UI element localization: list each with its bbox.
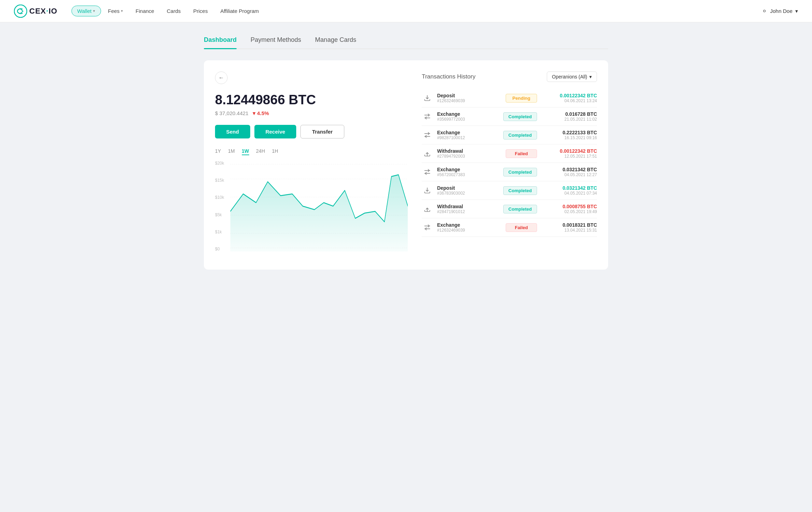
transfer-button[interactable]: Transfer	[300, 125, 344, 138]
tx-date: 04.05.2021 12:27	[541, 172, 597, 177]
tx-id: #12632469039	[437, 98, 501, 103]
deposit-icon	[422, 185, 433, 196]
tab-manage-cards[interactable]: Manage Cards	[315, 36, 356, 48]
svg-point-0	[14, 5, 27, 17]
tx-amount: 0.00122342 BTC	[541, 148, 597, 154]
tx-amount: 0.0008755 BTC	[541, 204, 597, 209]
chart-label-10k: $10k	[215, 195, 229, 200]
tx-amount-area: 0.2222133 BTC 16.15.2021 09:16	[541, 130, 597, 140]
tx-amount: 0.00122342 BTC	[541, 93, 597, 98]
status-badge: Completed	[503, 112, 537, 121]
tx-type: Deposit	[437, 185, 499, 191]
status-badge: Failed	[506, 223, 537, 232]
withdrawal-icon	[422, 203, 433, 214]
wallet-chevron-icon: ▾	[93, 9, 95, 13]
balance-usd: $ 37,020.4421 ▾ 4.5%	[215, 110, 408, 116]
nav-wallet[interactable]: Wallet ▾	[71, 6, 101, 16]
tx-id: #28471901012	[437, 209, 499, 214]
chart-label-20k: $20k	[215, 161, 229, 166]
tx-id: #36783903002	[437, 191, 499, 196]
user-name: John Doe	[770, 8, 792, 14]
navbar: CEX·IO Wallet ▾ Fees ▾ Finance Cards Pri…	[0, 0, 812, 22]
right-panel: Transactions History Operanions (All) ▾ …	[422, 71, 597, 258]
back-arrow-icon: ←	[219, 75, 224, 81]
balance-btc: 8.12449866 BTC	[215, 92, 408, 107]
tx-amount: 0.0321342 BTC	[541, 167, 597, 172]
status-badge: Completed	[503, 186, 537, 195]
chart-label-5k: $5k	[215, 212, 229, 217]
nav-finance[interactable]: Finance	[130, 5, 160, 17]
tx-list: Deposit #12632469039 Pending 0.00122342 …	[422, 89, 597, 237]
exchange-icon	[422, 222, 433, 233]
user-icon: ⚬	[761, 7, 767, 15]
receive-button[interactable]: Receive	[254, 125, 297, 138]
action-buttons: Send Receive Transfer	[215, 125, 408, 138]
tx-amount: 0.0321342 BTC	[541, 185, 597, 191]
main-card: ← 8.12449866 BTC $ 37,020.4421 ▾ 4.5% Se…	[204, 60, 608, 270]
time-filters: 1Y 1M 1W 24H 1H	[215, 148, 408, 155]
nav-affiliate[interactable]: Affiliate Program	[215, 5, 265, 17]
tx-filter-chevron-icon: ▾	[589, 74, 592, 80]
tx-type: Exchange	[437, 222, 501, 228]
tx-type: Exchange	[437, 130, 499, 135]
page-tabs: Dashboard Payment Methods Manage Cards	[204, 36, 608, 49]
tx-type: Deposit	[437, 93, 501, 98]
filter-1y[interactable]: 1Y	[215, 148, 221, 155]
tx-date: 02.05.2021 19:49	[541, 209, 597, 214]
tx-date: 04.05.2021 07:34	[541, 191, 597, 196]
nav-prices[interactable]: Prices	[187, 5, 213, 17]
tx-amount: 0.0018321 BTC	[541, 222, 597, 228]
tx-type: Exchange	[437, 111, 499, 117]
filter-24h[interactable]: 24H	[256, 148, 265, 155]
deposit-icon	[422, 92, 433, 104]
chart-svg-area	[230, 161, 408, 251]
nav-links: Wallet ▾ Fees ▾ Finance Cards Prices Aff…	[71, 5, 761, 17]
tx-filter-label: Operanions (All)	[552, 74, 587, 80]
filter-1m[interactable]: 1M	[228, 148, 235, 155]
filter-1w[interactable]: 1W	[242, 148, 249, 155]
logo[interactable]: CEX·IO	[14, 5, 58, 18]
price-change: ▾ 4.5%	[253, 110, 269, 116]
table-row: Deposit #36783903002 Completed 0.0321342…	[422, 181, 597, 200]
tx-id: #35699772003	[437, 117, 499, 122]
status-badge: Failed	[506, 149, 537, 158]
tx-amount: 0.016728 BTC	[541, 111, 597, 117]
table-row: Exchange #35699772003 Completed 0.016728…	[422, 107, 597, 126]
price-chart: $20k $15k $10k $5k $1k $0	[215, 161, 408, 251]
tx-amount-area: 0.00122342 BTC 04.06.2021 13:24	[541, 93, 597, 103]
table-row: Withdrawal #28471901012 Completed 0.0008…	[422, 200, 597, 218]
exchange-icon	[422, 166, 433, 178]
chart-y-labels: $20k $15k $10k $5k $1k $0	[215, 161, 229, 251]
tx-date: 13.04.2021 15:31	[541, 228, 597, 233]
tx-header: Transactions History Operanions (All) ▾	[422, 71, 597, 82]
nav-cards[interactable]: Cards	[161, 5, 186, 17]
tab-payment-methods[interactable]: Payment Methods	[251, 36, 301, 48]
back-button[interactable]: ←	[215, 71, 228, 84]
table-row: Exchange #56720027383 Completed 0.032134…	[422, 163, 597, 181]
tx-type: Withdrawal	[437, 148, 501, 154]
tab-dashboard[interactable]: Dashboard	[204, 36, 237, 48]
logo-text: CEX·IO	[29, 7, 58, 16]
tx-amount-area: 0.0321342 BTC 04.05.2021 12:27	[541, 167, 597, 177]
table-row: Exchange #98287100012 Completed 0.222213…	[422, 126, 597, 144]
user-chevron-icon: ▾	[795, 8, 798, 14]
tx-date: 16.15.2021 09:16	[541, 135, 597, 140]
exchange-icon	[422, 111, 433, 122]
tx-date: 21.05.2021 11:02	[541, 117, 597, 122]
user-menu[interactable]: ⚬ John Doe ▾	[761, 7, 798, 15]
fees-chevron-icon: ▾	[121, 9, 123, 13]
tx-id: #12632469039	[437, 228, 501, 233]
status-badge: Completed	[503, 168, 537, 176]
tx-amount: 0.2222133 BTC	[541, 130, 597, 135]
filter-1h[interactable]: 1H	[272, 148, 278, 155]
tx-filter-dropdown[interactable]: Operanions (All) ▾	[547, 71, 597, 82]
tx-title: Transactions History	[422, 73, 475, 80]
nav-fees[interactable]: Fees ▾	[102, 5, 129, 17]
chart-label-0: $0	[215, 247, 229, 251]
tx-amount-area: 0.00122342 BTC 12.05.2021 17:51	[541, 148, 597, 159]
tx-type: Withdrawal	[437, 204, 499, 209]
table-row: Exchange #12632469039 Failed 0.0018321 B…	[422, 218, 597, 237]
send-button[interactable]: Send	[215, 125, 250, 138]
page-wrapper: Dashboard Payment Methods Manage Cards ←…	[197, 22, 615, 277]
status-badge: Completed	[503, 205, 537, 213]
